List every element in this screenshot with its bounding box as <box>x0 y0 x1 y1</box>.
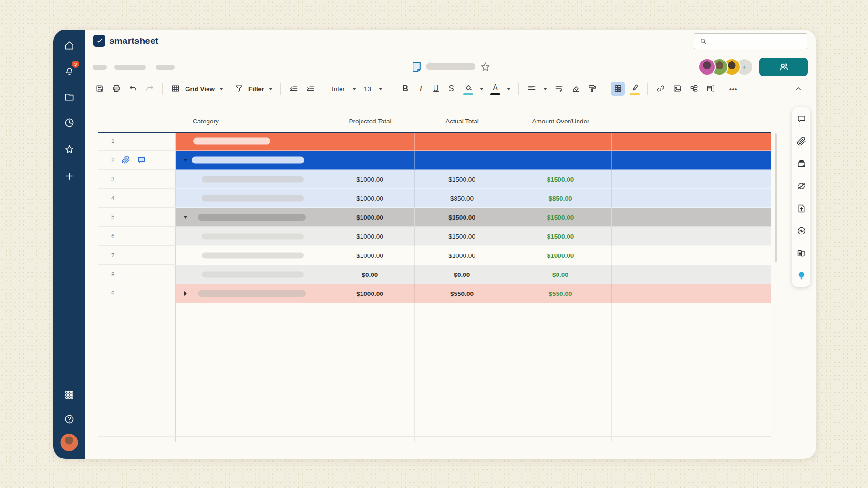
conversations-icon[interactable] <box>796 113 806 124</box>
projected-total-cell[interactable] <box>325 151 415 170</box>
empty-cell[interactable] <box>509 322 612 341</box>
amount-over-under-cell[interactable]: $1500.00 <box>509 170 612 189</box>
row-comment-icon[interactable] <box>137 155 146 164</box>
empty-cell[interactable] <box>509 360 612 379</box>
empty-cell[interactable] <box>415 398 509 417</box>
row-number-cell[interactable] <box>98 303 176 322</box>
row-number-cell[interactable] <box>98 360 176 379</box>
empty-cell[interactable] <box>176 437 325 442</box>
empty-cell[interactable] <box>176 417 325 437</box>
empty-trailing-cell[interactable] <box>612 151 771 170</box>
vertical-scrollbar[interactable] <box>775 133 777 262</box>
filter-selector[interactable]: Filter <box>248 85 264 92</box>
bold-button[interactable]: B <box>399 84 412 93</box>
empty-cell[interactable] <box>415 322 509 341</box>
actual-total-cell[interactable]: $0.00 <box>415 265 509 284</box>
empty-cell[interactable] <box>509 398 612 417</box>
empty-cell[interactable] <box>325 303 415 322</box>
folder-icon[interactable] <box>61 89 77 105</box>
actual-total-cell[interactable] <box>415 132 509 151</box>
category-cell[interactable] <box>176 208 325 227</box>
row-number-cell[interactable] <box>98 322 176 341</box>
projected-total-cell[interactable]: $1000.00 <box>325 246 415 265</box>
empty-cell[interactable] <box>509 303 612 322</box>
empty-cell[interactable] <box>415 341 509 360</box>
empty-cell[interactable] <box>415 417 509 437</box>
search-input[interactable] <box>710 38 802 45</box>
print-button[interactable] <box>109 82 123 96</box>
publish-document-icon[interactable] <box>796 203 806 214</box>
save-button[interactable] <box>93 82 106 96</box>
row-number-cell[interactable] <box>98 417 176 437</box>
projected-total-cell[interactable]: $1000.00 <box>325 189 415 208</box>
activity-log-icon[interactable] <box>796 225 806 236</box>
update-requests-sync-icon[interactable] <box>796 181 806 191</box>
table-borders-button[interactable] <box>611 82 625 96</box>
proofs-tray-icon[interactable] <box>796 158 806 169</box>
fill-color-button[interactable] <box>461 82 475 96</box>
row-number-cell[interactable]: 9 <box>98 284 176 303</box>
recents-clock-icon[interactable] <box>61 114 77 131</box>
empty-cell[interactable] <box>325 379 415 398</box>
align-button[interactable] <box>525 82 538 96</box>
empty-cell[interactable] <box>509 417 612 437</box>
amount-over-under-cell[interactable] <box>509 132 612 151</box>
row-expand-caret[interactable] <box>183 216 188 219</box>
column-header-empty[interactable] <box>612 111 771 132</box>
column-header-projected-total[interactable]: Projected Total <box>325 111 415 132</box>
category-cell[interactable] <box>176 284 325 303</box>
projected-total-cell[interactable]: $1000.00 <box>325 208 415 227</box>
row-number-header[interactable] <box>98 111 176 132</box>
empty-cell[interactable] <box>612 398 771 417</box>
projected-total-cell[interactable]: $1000.00 <box>325 170 415 189</box>
smartsheet-logo[interactable]: smartsheet <box>93 35 158 47</box>
amount-over-under-cell[interactable]: $1000.00 <box>509 246 612 265</box>
amount-over-under-cell[interactable]: $0.00 <box>509 265 612 284</box>
category-cell[interactable] <box>176 265 325 284</box>
empty-trailing-cell[interactable] <box>612 208 771 227</box>
row-number-cell[interactable]: 7 <box>98 246 176 265</box>
chevron-down-icon[interactable] <box>379 88 382 90</box>
chevron-down-icon[interactable] <box>507 88 511 90</box>
amount-over-under-cell[interactable]: $850.00 <box>509 189 612 208</box>
projected-total-cell[interactable] <box>325 132 415 151</box>
empty-cell[interactable] <box>509 437 612 442</box>
empty-cell[interactable] <box>612 437 771 442</box>
row-number-cell[interactable]: 4 <box>98 189 176 208</box>
amount-over-under-cell[interactable]: $1500.00 <box>509 208 612 227</box>
empty-cell[interactable] <box>612 322 771 341</box>
collapse-toolbar-chevron-up-icon[interactable] <box>792 82 805 95</box>
wrap-text-button[interactable] <box>552 82 566 96</box>
global-search[interactable] <box>694 33 807 49</box>
empty-cell[interactable] <box>612 417 771 437</box>
text-color-button[interactable]: A <box>488 82 502 96</box>
category-cell[interactable] <box>176 132 325 151</box>
row-number-cell[interactable] <box>98 437 176 442</box>
row-number-cell[interactable]: 5 <box>98 208 176 227</box>
empty-cell[interactable] <box>325 398 415 417</box>
actual-total-cell[interactable] <box>415 151 509 170</box>
empty-cell[interactable] <box>176 322 325 341</box>
hierarchy-card-icon[interactable] <box>687 82 701 96</box>
view-selector[interactable]: Grid View <box>185 85 215 92</box>
actual-total-cell[interactable]: $1500.00 <box>415 227 509 246</box>
attachments-paperclip-icon[interactable] <box>796 136 806 146</box>
whats-new-balloon-icon[interactable] <box>796 270 806 281</box>
row-expand-caret[interactable] <box>183 159 188 162</box>
chevron-down-icon[interactable] <box>352 88 356 90</box>
chevron-down-icon[interactable] <box>269 88 273 90</box>
empty-cell[interactable] <box>612 303 771 322</box>
strikethrough-button[interactable]: S <box>445 84 457 93</box>
empty-trailing-cell[interactable] <box>612 265 771 284</box>
format-painter-roller-icon[interactable] <box>585 82 599 96</box>
insert-link-icon[interactable] <box>653 82 667 96</box>
actual-total-cell[interactable]: $550.00 <box>415 284 509 303</box>
category-cell[interactable] <box>176 246 325 265</box>
empty-cell[interactable] <box>509 379 612 398</box>
home-icon[interactable] <box>61 37 77 53</box>
undo-button[interactable] <box>126 82 140 96</box>
chevron-down-icon[interactable] <box>219 88 223 90</box>
column-header-amount-over-under[interactable]: Amount Over/Under <box>509 111 612 132</box>
row-number-cell[interactable]: 8 <box>98 265 176 284</box>
category-cell[interactable] <box>176 189 325 208</box>
